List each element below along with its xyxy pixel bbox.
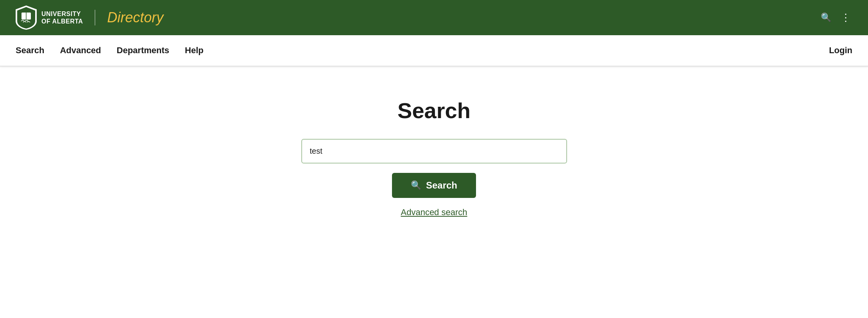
header-search-button[interactable]: 🔍 xyxy=(819,11,833,24)
nav-links: Search Advanced Departments Help xyxy=(16,44,204,57)
search-form: 🔍 Search Advanced search xyxy=(301,139,567,217)
search-button-label: Search xyxy=(426,180,457,191)
header-menu-icon: ⋮ xyxy=(841,12,851,24)
page-title: Search xyxy=(397,98,471,123)
header-right: 🔍 ⋮ xyxy=(819,10,852,25)
university-logo xyxy=(16,5,37,30)
main-content: Search 🔍 Search Advanced search xyxy=(0,66,868,241)
directory-title: Directory xyxy=(107,9,163,26)
nav-item-advanced[interactable]: Advanced xyxy=(60,44,101,57)
site-header: UNIVERSITY OF ALBERTA Directory 🔍 ⋮ xyxy=(0,0,868,35)
advanced-search-link[interactable]: Advanced search xyxy=(401,207,467,217)
nav-item-search[interactable]: Search xyxy=(16,44,44,57)
header-divider xyxy=(95,10,95,25)
search-input[interactable] xyxy=(301,139,567,163)
nav-item-departments[interactable]: Departments xyxy=(117,44,169,57)
search-button-icon: 🔍 xyxy=(411,180,421,190)
nav-item-help[interactable]: Help xyxy=(185,44,204,57)
nav-right: Login xyxy=(829,45,852,56)
header-search-icon: 🔍 xyxy=(821,13,831,23)
header-menu-button[interactable]: ⋮ xyxy=(839,10,852,25)
logo-container: UNIVERSITY OF ALBERTA xyxy=(16,5,83,30)
search-button[interactable]: 🔍 Search xyxy=(392,173,476,198)
header-left: UNIVERSITY OF ALBERTA Directory xyxy=(16,5,163,30)
main-navigation: Search Advanced Departments Help Login xyxy=(0,35,868,66)
login-button[interactable]: Login xyxy=(829,45,852,56)
university-name: UNIVERSITY OF ALBERTA xyxy=(41,10,83,25)
